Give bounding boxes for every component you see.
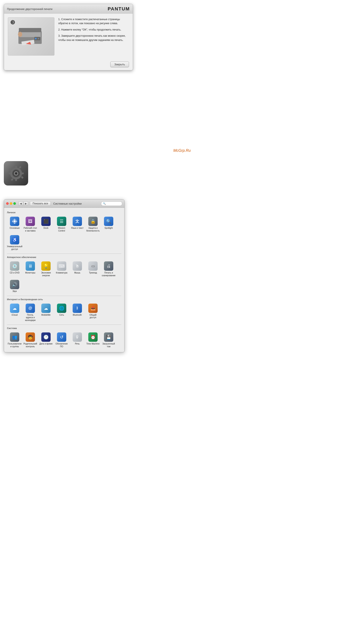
pref-label-universal: Универсальный доступ (7, 245, 22, 251)
pref-network[interactable]: 🌐 Сеть (54, 302, 69, 323)
pref-label-parental: Родительский контроль (24, 343, 37, 348)
pref-icon-speech: 🎙 (73, 332, 82, 342)
svg-rect-18 (19, 166, 22, 168)
zoom-traffic-light[interactable] (13, 202, 16, 205)
dialog-footer: Закрыть (4, 59, 133, 70)
section-label-internet: Интернет и беспроводная сеть (7, 298, 121, 301)
sysprefs-window-title: Системные настройки (52, 202, 82, 205)
pref-mission[interactable]: ☰ Mission Control (54, 216, 69, 233)
instruction-1: 1. Сложите и поместите распечатанные стр… (58, 17, 129, 26)
pref-icloud[interactable]: ☁ iCloud (7, 302, 22, 323)
pref-users[interactable]: 👥 Пользователи и группы (7, 331, 22, 349)
pref-label-mouse: Мышь (74, 272, 80, 274)
pref-security[interactable]: 🔒 Защита и безопасность (85, 216, 100, 233)
instruction-3: 3. Завершите двустороннюю печать как мож… (58, 34, 129, 42)
pref-sharing[interactable]: 📤 Общий доступ (85, 302, 100, 323)
search-icon: 🔍 (103, 202, 106, 205)
pref-icon-monitors: 🖥 (26, 261, 35, 271)
pref-label-network: Сеть (59, 314, 64, 317)
hardware-grid: 💿 CD и DVD 🖥 Мониторы 💡 Экономия энергии… (7, 260, 121, 294)
pref-label-speech: Речь (75, 343, 80, 345)
mail-icon-symbol: @ (28, 306, 32, 310)
pref-label-monitors: Мониторы (25, 272, 35, 274)
mobileme-icon-symbol: ☁ (44, 306, 48, 311)
sysprefs-large-icon[interactable] (4, 161, 28, 185)
startup-icon-symbol: 💾 (106, 335, 112, 340)
icloud-icon-symbol: ☁ (12, 306, 17, 311)
pref-icon-osnovnye (10, 217, 19, 226)
mission-icon-symbol: ☰ (60, 219, 64, 224)
pref-language[interactable]: 文 Язык и текст (70, 216, 85, 233)
back-arrow[interactable]: ◀ (18, 201, 23, 206)
energy-icon-symbol: 💡 (44, 264, 49, 269)
personal-grid: Основные 🖼 Рабочий стол и заставка ⬛ Doc… (7, 216, 121, 252)
security-icon-symbol: 🔒 (90, 219, 96, 224)
pref-bluetooth[interactable]: ᛒ Bluetooth (70, 302, 85, 323)
pref-monitors[interactable]: 🖥 Мониторы (23, 260, 38, 278)
pref-icon-trackpad: ▭ (88, 261, 98, 271)
pref-timemachine[interactable]: ⏰ Time Machine (85, 331, 100, 349)
close-button[interactable]: Закрыть (110, 62, 129, 67)
pref-osnovnye[interactable]: Основные (7, 216, 22, 233)
svg-rect-20 (21, 176, 24, 179)
gear-icon-bg (4, 161, 28, 185)
svg-point-9 (38, 38, 39, 39)
pref-label-osnovnye: Основные (10, 227, 20, 230)
monitors-icon-symbol: 🖥 (28, 264, 32, 269)
pref-trackpad[interactable]: ▭ Трекпад (85, 260, 100, 278)
sharing-icon-symbol: 📤 (90, 306, 96, 311)
pref-icon-network: 🌐 (57, 304, 66, 313)
pref-speech[interactable]: 🎙 Речь (70, 331, 85, 349)
pref-mail[interactable]: @ Почта, адреса и календари (23, 302, 38, 323)
pref-universal[interactable]: ♿ Универсальный доступ (7, 234, 22, 252)
pref-keyboard[interactable]: ⌨ Клавиатура (54, 260, 69, 278)
svg-rect-17 (8, 172, 10, 174)
pref-startup[interactable]: 💾 Загрузочный том (101, 331, 116, 349)
minimize-traffic-light[interactable] (10, 202, 12, 205)
sysprefs-window: ◀ ▶ Показать все Системные настройки 🔍 Л… (4, 199, 124, 352)
step-number: ❸ (10, 19, 15, 26)
pref-label-dock: Dock (44, 227, 48, 230)
dialog-title: Продолжение двусторонней печати (7, 8, 52, 11)
dialog-instructions: 1. Сложите и поместите распечатанные стр… (58, 17, 129, 56)
pref-sound[interactable]: 🔊 Звук (7, 279, 22, 294)
search-box[interactable]: 🔍 (101, 201, 122, 206)
trackpad-icon-symbol: ▭ (91, 264, 95, 268)
svg-rect-14 (15, 166, 17, 168)
close-traffic-light[interactable] (6, 202, 9, 205)
pref-dock[interactable]: ⬛ Dock (38, 216, 54, 233)
keyboard-icon-symbol: ⌨ (59, 264, 65, 269)
svg-rect-21 (8, 168, 11, 171)
pref-label-print: Печать и сканирование (102, 272, 116, 277)
internet-grid: ☁ iCloud @ Почта, адреса и календари ☁ M… (7, 302, 121, 323)
users-icon-symbol: 👥 (12, 335, 17, 340)
pref-icon-datetime: 🕐 (41, 332, 50, 342)
pref-icon-mobileme: ☁ (41, 304, 50, 313)
pref-icon-keyboard: ⌨ (57, 261, 66, 271)
pref-energy[interactable]: 💡 Экономия энергии (38, 260, 54, 278)
pref-datetime[interactable]: 🕐 Дата и время (38, 331, 54, 349)
forward-arrow[interactable]: ▶ (24, 201, 28, 206)
pref-label-users: Пользователи и группы (8, 343, 22, 348)
pref-mouse[interactable]: 🖱 Мышь (70, 260, 85, 278)
pref-icon-mail: @ (26, 304, 35, 313)
pref-print[interactable]: 🖨 Печать и сканирование (101, 260, 116, 278)
section-label-personal: Личное (7, 211, 121, 214)
pref-icon-timemachine: ⏰ (88, 332, 98, 342)
pref-parental[interactable]: 🧒 Родительский контроль (23, 331, 38, 349)
pref-label-sharing: Общий доступ (86, 314, 100, 319)
pref-label-bluetooth: Bluetooth (73, 314, 82, 317)
pref-icon-desktop: 🖼 (26, 217, 35, 226)
pref-label-cddvd: CD и DVD (10, 272, 20, 274)
svg-rect-15 (15, 179, 17, 181)
pref-spotlight[interactable]: 🔍 Spotlight (101, 216, 116, 233)
pref-mobileme[interactable]: ☁ MobileMe (38, 302, 54, 323)
pref-desktop[interactable]: 🖼 Рабочий стол и заставка (23, 216, 38, 233)
instruction-2: 2. Нажмите кнопку "ОК", чтобы продолжить… (58, 28, 129, 32)
pref-softupdate[interactable]: ↺ Обновление ПО (54, 331, 69, 349)
pref-cddvd[interactable]: 💿 CD и DVD (7, 260, 22, 278)
mouse-icon-symbol: 🖱 (75, 264, 80, 269)
pref-label-sound: Звук (12, 290, 17, 293)
show-all-button[interactable]: Показать все (30, 201, 51, 206)
pref-icon-startup: 💾 (104, 332, 113, 342)
